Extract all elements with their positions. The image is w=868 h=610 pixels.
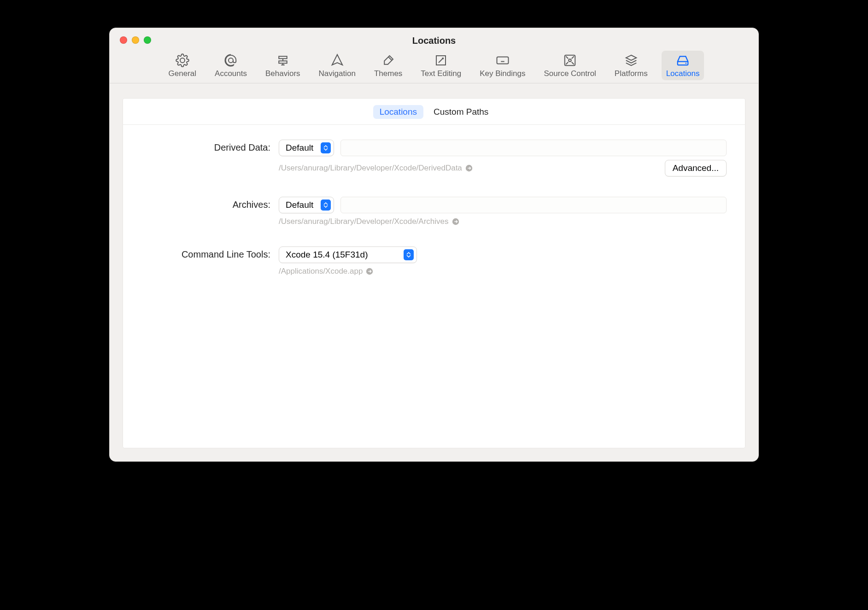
toolbar-label: Text Editing (421, 69, 461, 78)
svg-point-2 (569, 59, 571, 62)
toolbar-item-locations[interactable]: Locations (662, 51, 704, 80)
derived-data-path-text: /Users/anurag/Library/Developer/Xcode/De… (279, 164, 462, 173)
subtab-locations[interactable]: Locations (373, 105, 423, 119)
toolbar-item-accounts[interactable]: Accounts (210, 51, 252, 80)
updown-chevron-icon (321, 142, 331, 153)
label-clt: Command Line Tools: (141, 246, 270, 260)
toolbar-label: Locations (666, 69, 700, 78)
titlebar: Locations General Accounts Behaviors Nav… (110, 28, 758, 83)
window-title: Locations (110, 35, 758, 46)
arrow-right-circle-icon[interactable] (365, 267, 374, 276)
row-derived-data: Derived Data: Default (141, 140, 727, 176)
at-icon (224, 53, 238, 67)
derived-data-path-input[interactable] (340, 140, 727, 156)
toolbar-label: Source Control (544, 69, 596, 78)
derived-data-popup[interactable]: Default (279, 140, 334, 156)
row-command-line-tools: Command Line Tools: Xcode 15.4 (15F31d) … (141, 246, 727, 276)
toolbar-item-text-editing[interactable]: Text Editing (416, 51, 466, 80)
toolbar-label: General (169, 69, 196, 78)
label-archives: Archives: (141, 197, 270, 210)
arrow-right-circle-icon[interactable] (465, 164, 473, 172)
toolbar-label: Themes (374, 69, 402, 78)
archives-path-text: /Users/anurag/Library/Developer/Xcode/Ar… (279, 217, 449, 226)
pencil-square-icon (434, 53, 448, 67)
svg-point-3 (686, 63, 687, 64)
minimize-window-button[interactable] (132, 36, 139, 44)
derived-data-popup-value: Default (286, 143, 317, 153)
toolbar-item-source-control[interactable]: Source Control (539, 51, 600, 80)
preferences-toolbar: General Accounts Behaviors Navigation Th… (110, 51, 758, 83)
archives-popup[interactable]: Default (279, 197, 334, 213)
paintbrush-icon (381, 53, 395, 67)
source-control-icon (563, 53, 577, 67)
toolbar-item-navigation[interactable]: Navigation (314, 51, 360, 80)
toolbar-item-general[interactable]: General (164, 51, 201, 80)
toolbar-item-key-bindings[interactable]: Key Bindings (475, 51, 530, 80)
zoom-window-button[interactable] (144, 36, 151, 44)
content-panel: Locations Custom Paths Derived Data: Def… (123, 98, 745, 448)
preferences-window: Locations General Accounts Behaviors Nav… (109, 28, 759, 462)
close-window-button[interactable] (120, 36, 127, 44)
keyboard-icon (496, 53, 510, 67)
stack-icon (624, 53, 638, 67)
clt-popup[interactable]: Xcode 15.4 (15F31d) (279, 246, 417, 263)
arrow-right-circle-icon[interactable] (452, 217, 460, 226)
toolbar-label: Key Bindings (480, 69, 525, 78)
toolbar-item-themes[interactable]: Themes (369, 51, 407, 80)
updown-chevron-icon (404, 249, 414, 260)
svg-rect-0 (497, 57, 508, 64)
updown-chevron-icon (321, 199, 331, 211)
clt-path-text: /Applications/Xcode.app (279, 267, 363, 276)
traffic-lights (120, 36, 151, 44)
toolbar-label: Platforms (615, 69, 648, 78)
disk-icon (676, 53, 690, 67)
advanced-button[interactable]: Advanced... (665, 160, 727, 176)
gear-icon (176, 53, 189, 67)
toolbar-label: Behaviors (265, 69, 300, 78)
toolbar-item-platforms[interactable]: Platforms (610, 51, 652, 80)
subtab-custom-paths[interactable]: Custom Paths (427, 105, 495, 119)
toolbar-item-behaviors[interactable]: Behaviors (261, 51, 305, 80)
toolbar-label: Accounts (215, 69, 247, 78)
label-derived-data: Derived Data: (141, 140, 270, 153)
subtab-bar: Locations Custom Paths (123, 99, 745, 125)
toolbar-label: Navigation (319, 69, 356, 78)
archives-path-input[interactable] (340, 197, 727, 213)
clt-popup-value: Xcode 15.4 (15F31d) (286, 250, 400, 260)
navigation-icon (330, 53, 344, 67)
locations-form: Derived Data: Default (123, 125, 745, 315)
behaviors-icon (276, 53, 290, 67)
row-archives: Archives: Default /Users/anur (141, 197, 727, 226)
archives-popup-value: Default (286, 200, 317, 210)
